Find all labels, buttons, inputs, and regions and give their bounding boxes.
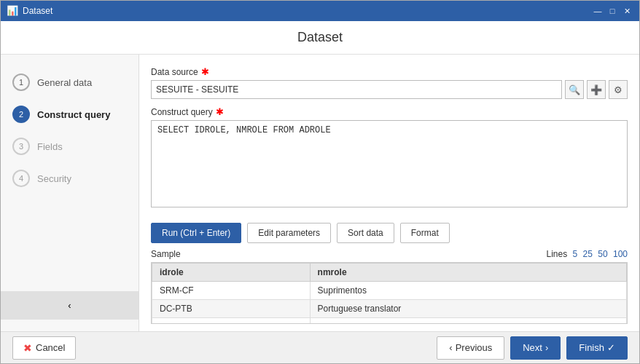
content-area: 1 General data 2 Construct query 3 Field… [1,55,639,331]
dataset-window: 📊 Dataset — □ ✕ Dataset 1 General data 2… [0,0,640,364]
sidebar-item-security[interactable]: 4 Security [1,162,138,194]
close-button[interactable]: ✕ [620,4,633,17]
construct-query-label: Construct query ✱ [151,106,628,117]
sample-table: idrole nmrole SRM-CFSuprimentosDC-PTBPor… [152,263,627,324]
datasource-configure-button[interactable]: ⚙ [609,80,628,99]
cancel-icon: ✖ [23,342,32,354]
query-toolbar: Run (Ctrl + Enter) Edit parameters Sort … [151,223,628,243]
datasource-input[interactable] [151,80,562,99]
finish-label: Finish [579,342,604,353]
datasource-group: Data source ✱ 🔍 ➕ ⚙ [151,66,628,99]
title-bar-text: Dataset [23,6,591,16]
cell-nmrole: Suprimentos [310,282,626,300]
cell-idrole: SRM-CF [152,282,311,300]
lines-25[interactable]: 25 [583,249,593,259]
maximize-button[interactable]: □ [606,4,619,17]
previous-button[interactable]: ‹ Previous [437,336,504,360]
sidebar-item-general-data[interactable]: 1 General data [1,66,138,98]
lines-control: Lines 5 25 50 100 [547,249,628,259]
sidebar-label-1: General data [37,77,92,88]
datasource-add-button[interactable]: ➕ [587,80,606,99]
window-header: Dataset [1,21,639,55]
next-label: Next [523,342,542,353]
cell-idrole: SM.00 [152,318,311,325]
window-title: Dataset [297,30,343,44]
datasource-label: Data source ✱ [151,66,628,77]
cancel-button[interactable]: ✖ Cancel [12,336,76,360]
step-circle-3: 3 [12,138,30,155]
lines-50[interactable]: 50 [598,249,607,259]
finish-button[interactable]: Finish ✓ [566,336,628,360]
sidebar-item-construct-query[interactable]: 2 Construct query [1,98,138,130]
cell-idrole: DC-PTB [152,300,311,318]
sidebar: 1 General data 2 Construct query 3 Field… [1,55,139,331]
title-bar: 📊 Dataset — □ ✕ [1,1,639,21]
collapse-icon: ‹ [68,300,71,311]
cell-nmrole: Service Management [310,318,626,325]
footer-left: ✖ Cancel [12,336,76,360]
title-bar-controls: — □ ✕ [591,4,633,17]
table-row: DC-PTBPortuguese translator [152,300,627,318]
edit-parameters-button[interactable]: Edit parameters [247,223,331,243]
run-button[interactable]: Run (Ctrl + Enter) [151,223,241,243]
table-row: SRM-CFSuprimentos [152,282,627,300]
sidebar-collapse-button[interactable]: ‹ [1,291,138,320]
sort-data-button[interactable]: Sort data [337,223,394,243]
sidebar-label-4: Security [37,173,71,184]
app-icon: 📊 [7,5,18,17]
next-chevron-icon: › [545,342,548,353]
sidebar-label-2: Construct query [37,109,110,120]
footer-right: ‹ Previous Next › Finish ✓ [437,336,628,360]
table-header-row: idrole nmrole [152,264,627,282]
col-header-idrole: idrole [152,264,311,282]
cancel-label: Cancel [36,342,65,353]
lines-100[interactable]: 100 [613,249,628,259]
next-button[interactable]: Next › [510,336,561,360]
query-textarea[interactable]: <span class="kw-select">SELECT</span> ID… [151,120,628,207]
sample-area: Sample Lines 5 25 50 100 idrole [151,249,628,324]
sample-table-wrapper: idrole nmrole SRM-CFSuprimentosDC-PTBPor… [151,262,628,324]
cell-nmrole: Portuguese translator [310,300,626,318]
prev-chevron-icon: ‹ [449,342,452,353]
sidebar-label-3: Fields [37,141,63,152]
sample-header: Sample Lines 5 25 50 100 [151,249,628,259]
step-circle-1: 1 [12,74,30,91]
table-row: SM.00Service Management [152,318,627,325]
datasource-required: ✱ [201,66,209,77]
sample-label: Sample [151,249,181,259]
sidebar-item-fields[interactable]: 3 Fields [1,130,138,162]
previous-label: Previous [456,342,493,353]
datasource-search-button[interactable]: 🔍 [565,80,584,99]
step-circle-4: 4 [12,170,30,187]
minimize-button[interactable]: — [591,4,604,17]
lines-5[interactable]: 5 [573,249,578,259]
format-button[interactable]: Format [400,223,450,243]
lines-text: Lines [547,249,568,259]
finish-check-icon: ✓ [607,342,615,353]
main-panel: Data source ✱ 🔍 ➕ ⚙ Construct query ✱ <s… [139,55,639,331]
step-circle-2: 2 [12,106,30,123]
query-required: ✱ [216,106,224,117]
col-header-nmrole: nmrole [310,264,626,282]
construct-query-group: Construct query ✱ <span class="kw-select… [151,106,628,210]
footer: ✖ Cancel ‹ Previous Next › Finish ✓ [1,331,639,363]
datasource-row: 🔍 ➕ ⚙ [151,80,628,99]
